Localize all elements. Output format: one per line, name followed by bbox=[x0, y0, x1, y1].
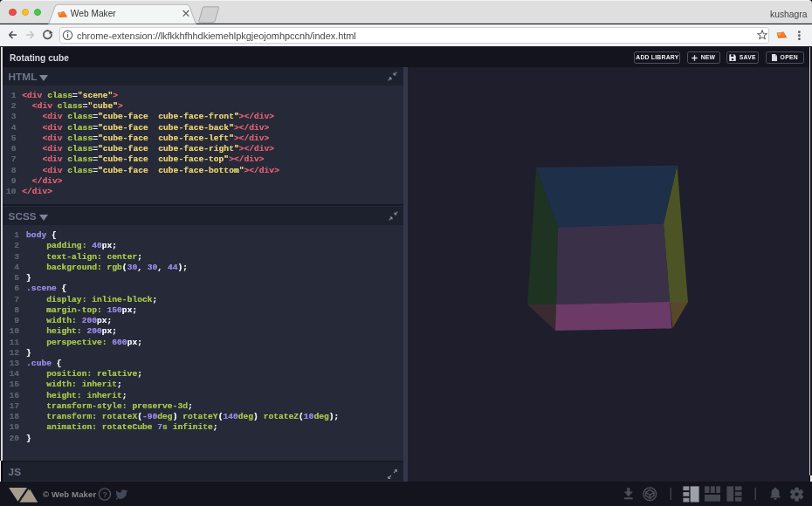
svg-text:?: ? bbox=[103, 490, 107, 499]
